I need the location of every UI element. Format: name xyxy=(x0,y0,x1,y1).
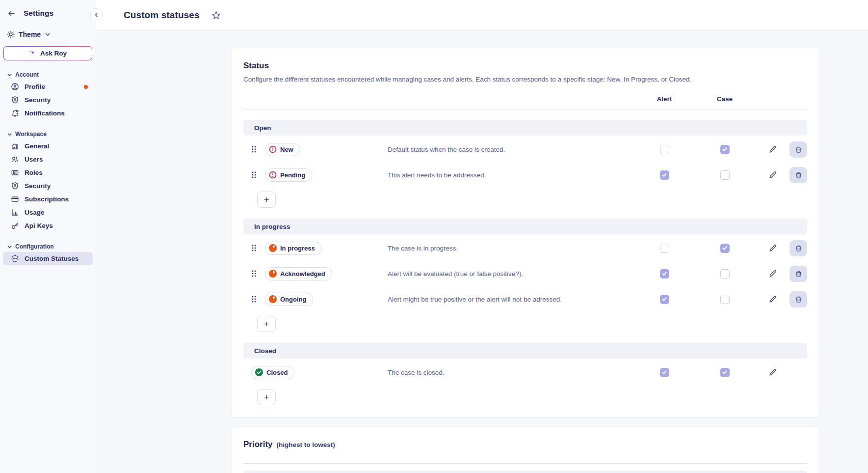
edit-status-button[interactable] xyxy=(768,269,777,278)
status-description: Alert might be true positive or the aler… xyxy=(388,296,635,303)
sidebar-item-label: Subscriptions xyxy=(25,195,69,203)
sidebar-item-security-account[interactable]: Security xyxy=(3,93,93,107)
drag-handle-icon[interactable] xyxy=(251,295,257,303)
sidebar-item-label: General xyxy=(25,142,49,150)
alert-checkbox[interactable] xyxy=(660,368,669,377)
trash-icon xyxy=(795,146,802,153)
alert-checkbox[interactable] xyxy=(660,145,669,154)
back-button[interactable] xyxy=(7,9,16,18)
drag-handle-icon[interactable] xyxy=(251,145,257,153)
sidebar-item-custom-statuses[interactable]: Custom Statuses xyxy=(3,252,93,265)
alert-checkbox[interactable] xyxy=(660,295,669,304)
alert-checkbox[interactable] xyxy=(660,170,669,180)
sidebar-item-subscriptions[interactable]: Subscriptions xyxy=(3,193,93,206)
section-toggle-workspace[interactable]: Workspace xyxy=(0,129,96,139)
section-label: Configuration xyxy=(15,243,54,250)
delete-status-button[interactable] xyxy=(789,240,807,256)
status-badge[interactable]: Pending xyxy=(265,168,312,182)
status-badge[interactable]: Acknowledged xyxy=(265,267,332,280)
trash-icon xyxy=(795,270,802,278)
delete-status-button[interactable] xyxy=(789,266,807,282)
key-icon xyxy=(11,222,19,230)
status-badge[interactable]: Ongoing xyxy=(265,293,313,306)
sidebar-item-general[interactable]: General xyxy=(3,139,93,153)
status-row-new: New Default status when the case is crea… xyxy=(243,138,807,161)
status-row-pending: Pending This alert needs to be addressed… xyxy=(243,163,807,187)
page-content: Status Configure the different statuses … xyxy=(96,31,868,473)
edit-status-button[interactable] xyxy=(768,368,777,377)
trash-icon xyxy=(795,171,802,179)
priority-group-header xyxy=(243,471,807,473)
sidebar-item-api-keys[interactable]: Api Keys xyxy=(3,219,93,232)
status-card-description: Configure the different statuses encount… xyxy=(243,76,807,83)
sidebar-item-notifications[interactable]: Notifications xyxy=(3,107,93,120)
status-badge[interactable]: Closed xyxy=(251,366,294,379)
group-header-closed: Closed xyxy=(243,343,807,359)
case-checkbox[interactable] xyxy=(720,145,730,154)
sidebar-item-label: Custom Statuses xyxy=(25,255,79,262)
column-header-alert: Alert xyxy=(635,95,694,103)
status-description: The case is closed. xyxy=(388,369,635,376)
add-status-button-closed[interactable]: + xyxy=(257,389,276,405)
sidebar-item-profile[interactable]: Profile xyxy=(3,80,93,93)
alert-circle-icon xyxy=(269,171,277,179)
status-badge[interactable]: In progress xyxy=(265,242,322,255)
edit-status-button[interactable] xyxy=(768,244,777,252)
sidebar-section-account: Account Profile Security Notifications xyxy=(0,69,96,120)
drag-handle-icon[interactable] xyxy=(251,244,257,252)
alert-checkbox[interactable] xyxy=(660,244,669,253)
ask-roy-label: Ask Roy xyxy=(40,50,67,57)
delete-status-button[interactable] xyxy=(789,291,807,307)
progress-pie-icon xyxy=(269,295,277,303)
sidebar-item-label: Users xyxy=(25,156,43,163)
check-circle-icon xyxy=(255,368,263,376)
edit-status-button[interactable] xyxy=(768,145,777,154)
priority-card-title: Priority xyxy=(243,440,273,449)
section-label: Account xyxy=(15,71,39,78)
section-toggle-configuration[interactable]: Configuration xyxy=(0,241,96,252)
status-row-in-progress: In progress The case is in progress. xyxy=(243,236,807,260)
edit-status-button[interactable] xyxy=(768,170,777,179)
status-description: The case is in progress. xyxy=(388,245,635,252)
delete-status-button[interactable] xyxy=(789,167,807,183)
page-title: Custom statuses xyxy=(124,10,200,21)
delete-status-button[interactable] xyxy=(789,141,807,158)
drag-handle-icon[interactable] xyxy=(251,171,257,179)
sidebar-item-label: Notifications xyxy=(25,110,65,117)
sidebar-item-roles[interactable]: Roles xyxy=(3,166,93,179)
sidebar-item-usage[interactable]: Usage xyxy=(3,206,93,219)
chevron-down-icon xyxy=(45,31,51,37)
status-row-acknowledged: Acknowledged Alert will be evaluated (tr… xyxy=(243,262,807,285)
edit-status-button[interactable] xyxy=(768,295,777,304)
group-header-in-progress: In progress xyxy=(243,219,807,234)
theme-selector[interactable]: Theme xyxy=(0,30,96,38)
case-checkbox[interactable] xyxy=(720,269,730,278)
drag-handle-icon[interactable] xyxy=(251,270,257,278)
sidebar-item-label: Security xyxy=(25,96,51,104)
status-badge[interactable]: New xyxy=(265,143,300,156)
section-toggle-account[interactable]: Account xyxy=(0,69,96,80)
app-window: Settings Theme Ask Roy Account Profile xyxy=(0,0,868,473)
sidebar-item-label: Api Keys xyxy=(25,222,53,229)
star-icon xyxy=(211,11,221,20)
add-status-button-open[interactable]: + xyxy=(257,192,276,208)
collapse-sidebar-button[interactable] xyxy=(90,8,103,21)
alert-checkbox[interactable] xyxy=(660,269,669,278)
case-checkbox[interactable] xyxy=(720,295,730,304)
status-description: Default status when the case is created. xyxy=(388,146,635,153)
sidebar-item-security-workspace[interactable]: Security xyxy=(3,179,93,193)
sparkle-icon xyxy=(29,50,36,57)
case-checkbox[interactable] xyxy=(720,244,730,253)
ask-roy-button[interactable]: Ask Roy xyxy=(3,46,92,60)
favorite-button[interactable] xyxy=(211,11,221,20)
case-checkbox[interactable] xyxy=(720,170,730,180)
sidebar-item-users[interactable]: Users xyxy=(3,153,93,166)
pencil-icon xyxy=(768,295,777,304)
priority-divider xyxy=(243,463,807,464)
alert-circle-icon xyxy=(269,145,277,153)
add-status-button-in-progress[interactable]: + xyxy=(257,316,276,332)
status-row-ongoing: Ongoing Alert might be true positive or … xyxy=(243,287,807,311)
back-arrow-icon xyxy=(7,9,16,18)
case-checkbox[interactable] xyxy=(720,368,730,377)
trash-icon xyxy=(795,245,802,252)
